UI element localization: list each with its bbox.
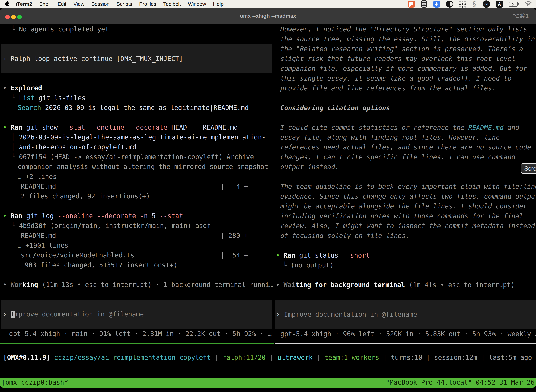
bolt-badge-icon[interactable] (433, 0, 440, 8)
terminal-line: │ and-the-erosion-of-copyleft.md (0, 142, 274, 152)
terminal-text-segment: • (3, 124, 11, 131)
terminal-text-segment: -n (140, 212, 152, 220)
terminal-line: including verification notes with those … (275, 211, 536, 221)
screen-pill-label: Scre (524, 165, 536, 172)
pane-right[interactable]: However, I noticed the "Directory Struct… (275, 23, 536, 344)
terminal-line: └ No agents completed yet (0, 24, 274, 34)
terminal-text-segment: 2026-03-09-is-legal-the-same-as-legitima… (45, 104, 249, 112)
menu-item-scripts[interactable]: Scripts (117, 1, 132, 7)
terminal-text-segment: … +1901 lines (18, 242, 69, 249)
terminal-line (0, 34, 274, 44)
terminal-line: However, I noticed the "Directory Struct… (275, 24, 536, 34)
terminal-line: 2 files changed, 92 insertions(+) (0, 191, 274, 201)
terminal-text-segment: companion file, especially if more comme… (280, 65, 527, 72)
letter-a-icon[interactable]: A (496, 0, 503, 8)
pane-divider[interactable] (274, 23, 274, 344)
chat-app-icon[interactable] (408, 0, 415, 8)
terminal-text-segment: | (379, 354, 391, 361)
terminal-text-segment: show (42, 124, 62, 131)
terminal-line: src/voice/voiceModeEnabled.ts | 54 + (0, 250, 274, 260)
gauge-icon[interactable]: ..61 (483, 0, 490, 8)
screen-pill-button[interactable]: Scre (521, 163, 536, 173)
terminal-line (0, 290, 274, 300)
terminal-text-segment: List (19, 94, 38, 102)
terminal-text-segment: changes, I can't cite specific file line… (280, 153, 515, 161)
wifi-icon[interactable] (524, 1, 531, 7)
terminal-text-segment: › (3, 311, 11, 318)
terminal-line: evidence. Since this change only affects… (275, 191, 536, 201)
terminal-text-segment: README.md (203, 124, 238, 131)
terminal-line: gpt-5.4 xhigh · main · 91% left · 2.31M … (0, 329, 274, 339)
terminal-text-segment: gpt-5.4 xhigh · 96% left · 520K in · 5.8… (280, 330, 536, 338)
menu-item-session[interactable]: Session (91, 1, 110, 7)
terminal-text-segment: log (42, 212, 58, 220)
terminal-text-segment: references need actual files, and since … (280, 144, 531, 151)
terminal-text-segment: this single essay, it seems like a good … (280, 75, 511, 82)
terminal-line: of focusing solely on file lines. (275, 231, 536, 241)
menu-item-help[interactable]: Help (213, 1, 224, 7)
terminal-line: └ (no output) (275, 261, 536, 270)
keypad-shield-icon[interactable] (421, 0, 427, 8)
terminal-text-segment: 4b9d30f (origin/main, instructkr/main, m… (19, 222, 211, 229)
terminal-line (0, 201, 274, 211)
terminal-text-segment: └ (11, 94, 19, 102)
terminal-line: … +1901 lines (0, 241, 274, 250)
terminal-text-segment: gpt-5.4 xhigh · main · 91% left · 2.31M … (9, 330, 272, 338)
terminal-text-segment: Wai (284, 281, 295, 289)
tmux-session-window[interactable]: [omx-cczip0:bash* (1, 378, 68, 387)
pane-left[interactable]: └ No agents completed yet› Ralph loop ac… (0, 23, 274, 344)
terminal-line: I could cite commit statistics or refere… (275, 123, 536, 133)
menu-item-edit[interactable]: Edit (57, 1, 66, 7)
terminal-text-segment: the "Related research writing" section i… (280, 45, 523, 53)
terminal-line: references need actual files, and since … (275, 142, 536, 152)
iterm-window: omx --xhigh --madmax ⌥⌘1 └ No agents com… (0, 8, 536, 387)
terminal-text-segment: --short (342, 252, 370, 259)
menu-items: iTerm2ShellEditViewSessionScriptsProfile… (16, 1, 224, 7)
menu-item-view[interactable]: View (73, 1, 84, 7)
terminal-line (0, 73, 274, 83)
window-titlebar[interactable]: omx --xhigh --madmax ⌥⌘1 (0, 8, 536, 23)
terminal-line: review. Also, I might want to inspect th… (275, 221, 536, 231)
terminal-line: gpt-5.4 xhigh · 96% left · 520K in · 5.8… (275, 329, 536, 339)
menu-item-shell[interactable]: Shell (39, 1, 51, 7)
menu-item-profiles[interactable]: Profiles (139, 1, 156, 7)
terminal-text-segment: Considering citation options (280, 104, 390, 112)
terminal-line: essay file, along with finding root file… (275, 133, 536, 142)
battery-icon[interactable] (509, 2, 518, 7)
menu-item-iterm2[interactable]: iTerm2 (16, 1, 32, 7)
terminal-text-segment: -- (191, 124, 203, 131)
terminal-text-segment: 1903 files changed, 513517 insertions(+) (21, 261, 177, 269)
menu-item-window[interactable]: Window (188, 1, 206, 7)
terminal-text-segment: output instead. (280, 163, 339, 171)
terminal-text-segment: including verification notes with those … (280, 212, 523, 220)
terminal-text-segment: ultrawork (277, 354, 312, 361)
terminal-text-segment: Ran (284, 252, 299, 259)
terminal-text-segment: • (3, 212, 11, 220)
terminal-line: • Ran git status --short (275, 251, 536, 261)
moon-circle-icon[interactable] (446, 0, 453, 8)
terminal-line (0, 270, 274, 280)
prompt-input[interactable]: › Improve documentation in @filename (275, 300, 536, 329)
menu-item-toolbelt[interactable]: Toolbelt (163, 1, 181, 7)
prompt-input[interactable]: › Ralph loop active continue [OMX_TMUX_I… (1, 44, 272, 73)
terminal-text-segment: README.md (468, 124, 503, 131)
apple-menu-icon[interactable] (5, 2, 9, 6)
terminal-line (275, 290, 536, 300)
menu-bar: iTerm2ShellEditViewSessionScriptsProfile… (0, 0, 536, 8)
terminal-text-segment: and-the-erosion-of-copyleft.md (19, 143, 136, 151)
dots-grid-icon[interactable] (459, 1, 466, 8)
squiggle-icon[interactable] (472, 0, 477, 8)
terminal-text-segment: 067f154 (HEAD -> essay/ai-reimplementati… (19, 153, 254, 161)
terminal-text-segment: evidence. Since this change only affects… (280, 193, 536, 200)
terminal-text-segment: 5 (152, 212, 160, 220)
terminal-line (275, 241, 536, 251)
pane-right-bottom-border (274, 343, 536, 344)
terminal-text-segment: … +2 lines (18, 173, 57, 180)
terminal-text-segment: git ls-files (38, 94, 86, 102)
terminal-text-segment: 2 files changed, 92 insertions(+) (21, 192, 150, 200)
terminal-text-segment: • (276, 281, 284, 289)
prompt-input[interactable]: › Improve documentation in @filename (1, 300, 272, 329)
terminal-text-segment: Ran (11, 124, 26, 131)
terminal-text-segment: git (26, 212, 42, 220)
terminal-text-segment (50, 354, 54, 361)
